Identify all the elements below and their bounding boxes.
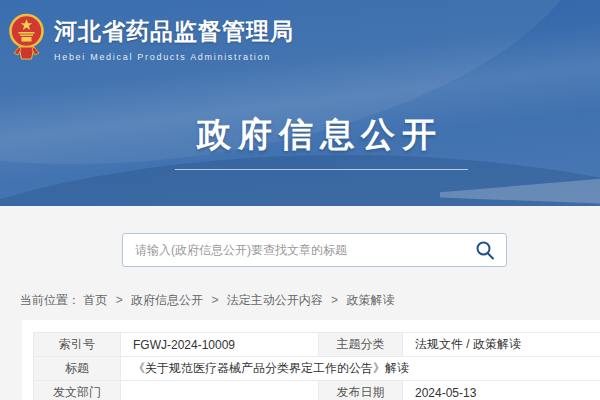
breadcrumb-item-home[interactable]: 首页	[83, 293, 107, 307]
issuing-dept-value	[121, 381, 319, 400]
index-number-label: 索引号	[34, 333, 121, 357]
issuing-dept-label: 发文部门	[34, 381, 121, 400]
search-input[interactable]	[122, 233, 507, 267]
page-title: 政府信息公开	[0, 112, 600, 158]
breadcrumb-item-info-disclosure[interactable]: 政府信息公开	[131, 293, 203, 307]
table-row: 发文部门 发布日期 2024-05-13	[34, 381, 600, 400]
search-bar	[122, 233, 507, 267]
subject-category-value: 法规文件 / 政策解读	[403, 333, 600, 357]
site-title-block: 河北省药品监督管理局 Hebei Medical Products Admini…	[54, 11, 294, 62]
breadcrumb: 当前位置： 首页 > 政府信息公开 > 法定主动公开内容 > 政策解读	[20, 292, 394, 309]
breadcrumb-item-statutory-disclosure[interactable]: 法定主动公开内容	[227, 293, 323, 307]
search-button[interactable]	[475, 240, 495, 260]
breadcrumb-prefix: 当前位置：	[20, 293, 80, 307]
publish-date-value: 2024-05-13	[403, 381, 600, 400]
national-emblem-icon	[8, 11, 45, 61]
document-meta-table: 索引号 FGWJ-2024-10009 主题分类 法规文件 / 政策解读 标题 …	[33, 332, 600, 400]
title-value: 《关于规范医疗器械产品分类界定工作的公告》解读	[121, 357, 600, 381]
breadcrumb-separator: >	[331, 293, 338, 307]
header-banner: 河北省药品监督管理局 Hebei Medical Products Admini…	[0, 0, 600, 206]
index-number-value: FGWJ-2024-10009	[121, 333, 319, 357]
site-logo[interactable]: 河北省药品监督管理局 Hebei Medical Products Admini…	[8, 11, 294, 62]
table-row: 索引号 FGWJ-2024-10009 主题分类 法规文件 / 政策解读	[34, 333, 600, 357]
breadcrumb-separator: >	[211, 293, 218, 307]
subject-category-label: 主题分类	[319, 333, 403, 357]
table-row: 标题 《关于规范医疗器械产品分类界定工作的公告》解读	[34, 357, 600, 381]
title-label: 标题	[34, 357, 121, 381]
publish-date-label: 发布日期	[319, 381, 403, 400]
breadcrumb-separator: >	[116, 293, 123, 307]
document-card: 索引号 FGWJ-2024-10009 主题分类 法规文件 / 政策解读 标题 …	[22, 320, 600, 400]
page: 河北省药品监督管理局 Hebei Medical Products Admini…	[0, 0, 600, 400]
breadcrumb-item-policy-interpretation[interactable]: 政策解读	[346, 293, 394, 307]
site-name: 河北省药品监督管理局	[54, 16, 294, 47]
site-name-english: Hebei Medical Products Administration	[54, 52, 294, 62]
search-icon	[475, 240, 495, 260]
title-underline	[175, 169, 468, 170]
